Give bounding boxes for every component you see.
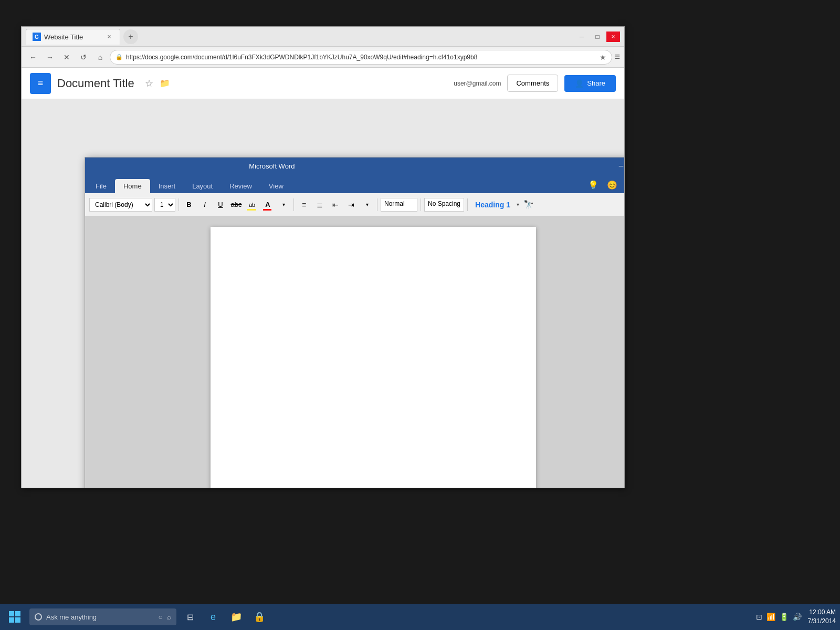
italic-button[interactable]: I — [198, 198, 212, 212]
style-no-spacing-select[interactable]: No Spacing — [424, 198, 464, 212]
style-normal-select[interactable]: Normal — [381, 198, 417, 212]
taskbar-app-icons: ⊟ e 📁 🔒 — [181, 607, 269, 626]
word-page[interactable] — [211, 227, 536, 488]
browser-content: Microsoft Word ─ □ × File Home Insert La… — [22, 99, 624, 488]
toolbar-divider-1 — [178, 198, 179, 211]
list-dropdown[interactable]: ▾ — [360, 198, 374, 212]
toolbar-divider-5 — [467, 198, 468, 211]
taskbar-search-bar[interactable]: Ask me anything ○ ⌕ — [29, 608, 176, 625]
tab-insert[interactable]: Insert — [150, 179, 184, 193]
smiley-icon[interactable]: 😊 — [607, 180, 617, 190]
search-magnify-icon: ⌕ — [167, 613, 171, 621]
tab-favicon: G — [33, 33, 41, 41]
browser-tab[interactable]: G Website Title × — [26, 29, 120, 45]
browser-minimize-button[interactable]: ─ — [575, 32, 589, 42]
toolbar-divider-4 — [421, 198, 421, 211]
styles-dropdown-arrow[interactable]: ▾ — [517, 202, 519, 207]
document-title: Document Title — [57, 77, 134, 90]
address-text: https://docs.google.com/document/d/1l6uF… — [126, 54, 596, 61]
browser-close-button[interactable]: × — [606, 32, 620, 42]
bookmark-icon[interactable]: ★ — [600, 53, 606, 61]
cortana-icon — [35, 613, 42, 621]
toolbar-divider-3 — [377, 198, 377, 211]
taskbar-right: ⊡ 📶 🔋 🔊 12:00 AM 7/31/2014 — [756, 608, 836, 626]
word-window: Microsoft Word ─ □ × File Home Insert La… — [85, 157, 624, 488]
share-button[interactable]: 👤 Share — [564, 75, 616, 92]
forward-button[interactable]: → — [43, 50, 57, 65]
address-bar[interactable]: 🔒 https://docs.google.com/document/d/1l6… — [110, 50, 612, 65]
word-ribbon-tabs: File Home Insert Layout Review View 💡 😊 … — [85, 174, 624, 193]
decrease-indent-button[interactable]: ⇤ — [329, 198, 342, 212]
start-button[interactable] — [4, 606, 25, 627]
number-list-button[interactable]: ≣ — [313, 198, 327, 212]
star-doc-icon[interactable]: ☆ — [145, 78, 153, 89]
word-window-buttons: ─ □ × — [614, 161, 624, 171]
taskbar-multitasking-icon[interactable]: ⊟ — [181, 607, 200, 626]
battery-icon[interactable]: 🔋 — [780, 613, 789, 621]
windows-logo-icon — [9, 611, 20, 623]
reload-button[interactable]: ↺ — [76, 50, 91, 65]
word-titlebar: Microsoft Word ─ □ × — [85, 158, 624, 174]
font-color-dropdown[interactable]: ▾ — [277, 198, 290, 212]
docs-menu-button[interactable]: ≡ — [30, 73, 51, 94]
folder-doc-icon[interactable]: 📁 — [160, 78, 170, 88]
wifi-icon[interactable]: 📶 — [766, 613, 775, 621]
desktop: G Website Title × + ─ □ × ← → ✕ ↺ ⌂ 🔒 ht… — [0, 0, 840, 630]
word-title: Microsoft Word — [249, 162, 295, 170]
search-placeholder-text: Ask me anything — [46, 613, 97, 621]
volume-icon[interactable]: 🔊 — [793, 613, 802, 621]
share-label: Share — [587, 79, 605, 87]
taskbar-system-icons: ⊡ 📶 🔋 🔊 — [756, 613, 802, 621]
new-tab-button[interactable]: + — [123, 29, 138, 44]
word-minimize-button[interactable]: ─ — [614, 161, 624, 171]
font-color-button[interactable]: A — [261, 198, 275, 212]
underline-button[interactable]: U — [214, 198, 227, 212]
browser-window: G Website Title × + ─ □ × ← → ✕ ↺ ⌂ 🔒 ht… — [21, 26, 625, 488]
taskbar-time: 12:00 AM — [808, 608, 836, 617]
tab-layout[interactable]: Layout — [184, 179, 221, 193]
tab-home[interactable]: Home — [115, 179, 150, 193]
tab-view[interactable]: View — [260, 179, 292, 193]
browser-maximize-button[interactable]: □ — [591, 32, 604, 42]
cortana-icon-right: ○ — [159, 613, 163, 621]
bold-button[interactable]: B — [182, 198, 196, 212]
tab-close-button[interactable]: × — [105, 33, 113, 41]
bullet-list-button[interactable]: ≡ — [297, 198, 311, 212]
taskbar-date: 7/31/2014 — [808, 617, 836, 626]
tab-file[interactable]: File — [87, 179, 115, 193]
heading1-button[interactable]: Heading 1 — [471, 201, 514, 209]
back-button[interactable]: ← — [26, 50, 40, 65]
close-x-button[interactable]: ✕ — [59, 50, 74, 65]
tab-title: Website Title — [44, 33, 83, 41]
lightbulb-icon[interactable]: 💡 — [588, 180, 598, 190]
browser-controls: ─ □ × — [575, 32, 620, 42]
tab-review[interactable]: Review — [221, 179, 260, 193]
docs-header-right: user@gmail.com Comments 👤 Share — [454, 75, 616, 92]
font-size-select[interactable]: 11 — [154, 198, 175, 212]
user-email: user@gmail.com — [454, 80, 501, 87]
comments-button[interactable]: Comments — [507, 75, 558, 92]
hamburger-icon: ≡ — [38, 78, 44, 89]
taskbar: Ask me anything ○ ⌕ ⊟ e 📁 🔒 ⊡ 📶 🔋 🔊 12:0… — [0, 604, 840, 630]
font-select[interactable]: Calibri (Body) — [89, 198, 152, 212]
highlight-button[interactable]: ab — [245, 198, 259, 212]
increase-indent-button[interactable]: ⇥ — [344, 198, 358, 212]
show-desktop-icon[interactable]: ⊡ — [756, 613, 762, 621]
word-document-area[interactable] — [85, 216, 624, 488]
word-toolbar: Calibri (Body) 11 B I U abc ab A — [85, 193, 624, 216]
toolbar-divider-2 — [293, 198, 294, 211]
taskbar-explorer-icon[interactable]: 📁 — [227, 607, 246, 626]
home-button[interactable]: ⌂ — [93, 50, 108, 65]
browser-titlebar: G Website Title × + ─ □ × — [22, 27, 624, 47]
taskbar-edge-icon[interactable]: e — [204, 607, 223, 626]
browser-navbar: ← → ✕ ↺ ⌂ 🔒 https://docs.google.com/docu… — [22, 47, 624, 68]
share-user-icon: 👤 — [575, 79, 584, 88]
taskbar-clock[interactable]: 12:00 AM 7/31/2014 — [808, 608, 836, 626]
docs-header: ≡ Document Title ☆ 📁 user@gmail.com Comm… — [22, 68, 624, 99]
lock-icon: 🔒 — [116, 54, 123, 60]
ribbon-right-icons: 💡 😊 📖 👤 — [588, 180, 624, 193]
find-button[interactable]: 🔭 — [521, 197, 536, 212]
strikethrough-button[interactable]: abc — [229, 198, 243, 212]
taskbar-lock-icon[interactable]: 🔒 — [250, 607, 269, 626]
browser-menu-icon[interactable]: ≡ — [614, 51, 620, 62]
